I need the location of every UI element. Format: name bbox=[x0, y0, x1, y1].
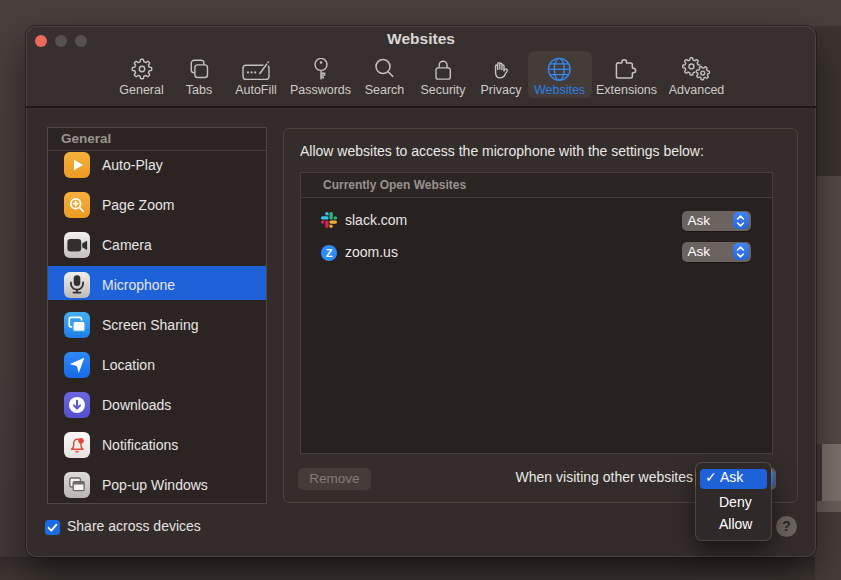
svg-text:Z: Z bbox=[326, 246, 333, 258]
